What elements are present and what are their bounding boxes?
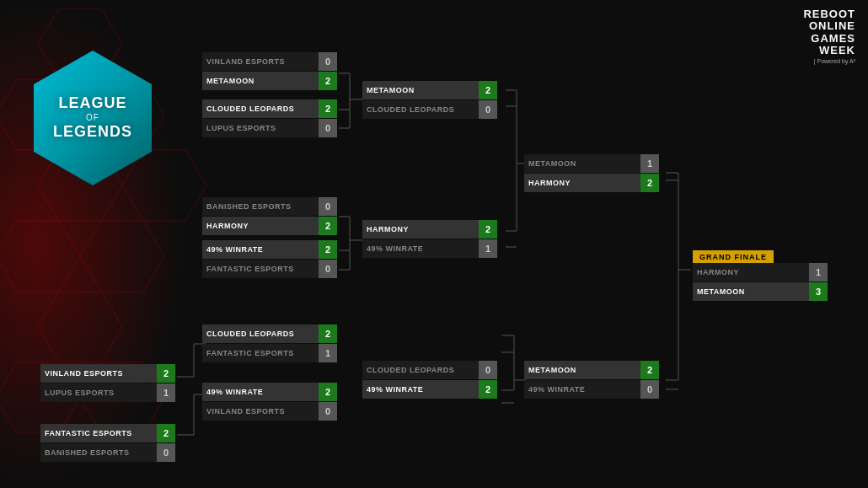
team-score: 1	[479, 239, 497, 258]
team-score: 0	[157, 443, 175, 462]
team-name: METAMOON	[524, 154, 640, 173]
team-name: METAMOON	[202, 72, 319, 90]
team-row: METAMOON 3	[693, 282, 828, 301]
team-score: 1	[809, 263, 828, 282]
team-row: BANISHED ESPORTS 0	[202, 197, 337, 216]
team-name: LUPUS ESPORTS	[40, 383, 157, 402]
team-score: 0	[319, 119, 337, 137]
team-name: METAMOON	[362, 81, 479, 99]
match-grand-finale: HARMONY 1 METAMOON 3	[693, 263, 828, 302]
team-name: FANTASTIC ESPORTS	[202, 344, 319, 362]
team-score: 0	[479, 361, 497, 379]
team-name: HARMONY	[693, 263, 809, 282]
team-score: 2	[479, 220, 497, 239]
match-r1r-2: 49% WINRATE 2 VINLAND ESPORTS 0	[202, 383, 337, 421]
team-row: METAMOON 2	[202, 72, 337, 90]
team-row: 49% WINRATE 1	[362, 239, 497, 258]
team-score: 1	[319, 344, 337, 362]
team-name: FANTASTIC ESPORTS	[202, 260, 319, 278]
team-score: 1	[640, 154, 659, 173]
team-score: 0	[319, 260, 337, 278]
team-row: METAMOON 2	[524, 361, 659, 379]
team-score: 2	[157, 424, 175, 442]
team-name: HARMONY	[362, 220, 479, 239]
team-row: CLOUDED LEOPARDS 2	[202, 324, 337, 343]
team-row: METAMOON 1	[524, 154, 659, 173]
team-score: 0	[319, 402, 337, 421]
team-row: CLOUDED LEOPARDS 2	[202, 99, 337, 118]
team-name: 49% WINRATE	[202, 383, 319, 401]
team-name: BANISHED ESPORTS	[40, 443, 157, 462]
team-row: 49% WINRATE 2	[202, 240, 337, 259]
team-name: CLOUDED LEOPARDS	[362, 100, 479, 119]
team-row: 49% WINRATE 2	[202, 383, 337, 401]
team-name: VINLAND ESPORTS	[202, 52, 319, 71]
team-row: VINLAND ESPORTS 0	[202, 52, 337, 71]
team-score: 0	[640, 380, 659, 399]
team-score: 2	[479, 380, 497, 399]
team-row: VINLAND ESPORTS 2	[40, 364, 175, 383]
team-name: 49% WINRATE	[524, 380, 640, 399]
team-name: VINLAND ESPORTS	[40, 364, 157, 383]
match-r3-1: METAMOON 1 HARMONY 2	[524, 154, 659, 193]
team-name: 49% WINRATE	[202, 240, 319, 259]
team-score: 2	[157, 364, 175, 383]
team-score: 0	[319, 52, 337, 71]
team-name: FANTASTIC ESPORTS	[40, 424, 157, 442]
team-score: 2	[640, 361, 659, 379]
team-score: 0	[479, 100, 497, 119]
team-name: CLOUDED LEOPARDS	[362, 361, 479, 379]
match-r3r-1: METAMOON 2 49% WINRATE 0	[524, 361, 659, 400]
team-score: 2	[319, 324, 337, 343]
team-name: BANISHED ESPORTS	[202, 197, 319, 216]
team-row: LUPUS ESPORTS 0	[202, 119, 337, 137]
match-r1-2: CLOUDED LEOPARDS 2 LUPUS ESPORTS 0	[202, 99, 337, 138]
team-name: CLOUDED LEOPARDS	[202, 324, 319, 343]
team-score: 0	[319, 197, 337, 216]
team-name: CLOUDED LEOPARDS	[202, 99, 319, 118]
team-row: CLOUDED LEOPARDS 0	[362, 361, 497, 379]
team-score: 2	[319, 217, 337, 235]
team-row: HARMONY 2	[362, 220, 497, 239]
team-name: HARMONY	[202, 217, 319, 235]
team-score: 3	[809, 282, 828, 301]
team-row: 49% WINRATE 2	[362, 380, 497, 399]
match-r1-1: VINLAND ESPORTS 0 METAMOON 2	[202, 52, 337, 91]
team-row: FANTASTIC ESPORTS 1	[202, 344, 337, 362]
team-name: METAMOON	[693, 282, 809, 301]
team-name: LUPUS ESPORTS	[202, 119, 319, 137]
team-row: BANISHED ESPORTS 0	[40, 443, 175, 462]
team-name: 49% WINRATE	[362, 239, 479, 258]
match-r2r-1: CLOUDED LEOPARDS 0 49% WINRATE 2	[362, 361, 497, 400]
team-row: CLOUDED LEOPARDS 0	[362, 100, 497, 119]
team-score: 2	[319, 72, 337, 90]
team-row: HARMONY 2	[524, 174, 659, 192]
grand-finale-label: GRAND FINALE	[693, 250, 774, 264]
team-score: 2	[319, 240, 337, 259]
team-score: 2	[479, 81, 497, 99]
team-name: VINLAND ESPORTS	[202, 402, 319, 421]
team-score: 2	[319, 383, 337, 401]
match-r2-1: METAMOON 2 CLOUDED LEOPARDS 0	[362, 81, 497, 120]
team-name: METAMOON	[524, 361, 640, 379]
match-r1-4: 49% WINRATE 2 FANTASTIC ESPORTS 0	[202, 240, 337, 279]
match-r1-3: BANISHED ESPORTS 0 HARMONY 2	[202, 197, 337, 236]
team-row: HARMONY 2	[202, 217, 337, 235]
match-r1r-1: CLOUDED LEOPARDS 2 FANTASTIC ESPORTS 1	[202, 324, 337, 363]
match-bl2: FANTASTIC ESPORTS 2 BANISHED ESPORTS 0	[40, 424, 175, 463]
team-row: FANTASTIC ESPORTS 2	[40, 424, 175, 442]
team-score: 1	[157, 383, 175, 402]
team-row: 49% WINRATE 0	[524, 380, 659, 399]
team-row: VINLAND ESPORTS 0	[202, 402, 337, 421]
match-r2-2: HARMONY 2 49% WINRATE 1	[362, 220, 497, 259]
team-name: 49% WINRATE	[362, 380, 479, 399]
bracket-container: VINLAND ESPORTS 0 METAMOON 2 CLOUDED LEO…	[0, 0, 868, 488]
team-row: METAMOON 2	[362, 81, 497, 99]
team-row: HARMONY 1	[693, 263, 828, 282]
team-name: HARMONY	[524, 174, 640, 192]
team-row: FANTASTIC ESPORTS 0	[202, 260, 337, 278]
team-row: LUPUS ESPORTS 1	[40, 383, 175, 402]
team-score: 2	[640, 174, 659, 192]
match-bl1: VINLAND ESPORTS 2 LUPUS ESPORTS 1	[40, 364, 175, 403]
team-score: 2	[319, 99, 337, 118]
